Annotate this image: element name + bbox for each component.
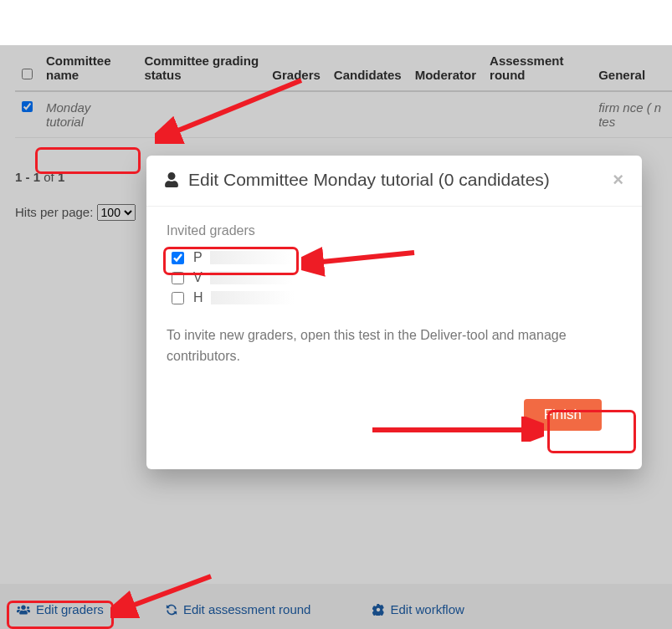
invited-graders-heading: Invited graders <box>167 223 622 238</box>
cell-committee-name: Monday tutorial <box>39 91 137 138</box>
cell-moderator <box>408 91 483 138</box>
header-grading-status[interactable]: Committee grading status <box>137 45 265 91</box>
grader-item[interactable]: H <box>172 290 622 305</box>
pager-total: 1 <box>58 170 64 184</box>
grader-item[interactable]: P <box>172 250 622 265</box>
user-icon <box>165 172 178 187</box>
finish-button[interactable]: Finish <box>524 399 602 431</box>
row-select-checkbox[interactable] <box>22 101 33 112</box>
users-icon <box>17 604 30 616</box>
grader-initial: P <box>193 250 203 265</box>
cell-general: firm nce ( n tes <box>592 91 672 138</box>
header-assessment-round[interactable]: Assessment round <box>483 45 592 91</box>
edit-assessment-round-link[interactable]: Edit assessment round <box>166 602 311 616</box>
action-bar: Edit graders Edit assessment round Edit … <box>0 584 672 629</box>
modal-title: Edit Committee Monday tutorial (0 candid… <box>188 170 613 190</box>
cell-graders <box>265 91 327 138</box>
grader-list: P V H <box>172 250 622 305</box>
modal-note: To invite new graders, open this test in… <box>167 325 568 367</box>
grader-checkbox[interactable] <box>172 272 184 284</box>
modal-close-button[interactable]: × <box>613 169 623 191</box>
grader-item[interactable]: V <box>172 270 622 285</box>
header-graders[interactable]: Graders <box>265 45 327 91</box>
grader-checkbox[interactable] <box>172 252 184 264</box>
header-committee-name[interactable]: Committee name <box>39 45 137 91</box>
gear-icon <box>372 604 384 616</box>
edit-graders-link[interactable]: Edit graders <box>17 602 104 616</box>
hits-label: Hits per page: <box>15 205 97 219</box>
header-candidates[interactable]: Candidates <box>327 45 408 91</box>
header-moderator[interactable]: Moderator <box>408 45 483 91</box>
modal-footer: Finish <box>167 399 622 449</box>
edit-workflow-label: Edit workflow <box>390 602 464 616</box>
edit-graders-label: Edit graders <box>36 602 104 616</box>
cell-candidates <box>327 91 408 138</box>
pager-range: 1 - 1 <box>15 170 40 184</box>
modal-header: Edit Committee Monday tutorial (0 candid… <box>146 156 642 207</box>
page-root: Committee name Committee grading status … <box>0 45 672 629</box>
grader-initial: H <box>193 290 203 305</box>
header-checkbox-cell <box>15 45 39 91</box>
committee-table: Committee name Committee grading status … <box>15 45 672 138</box>
table-row[interactable]: Monday tutorial firm nce ( n tes <box>15 91 672 138</box>
edit-assessment-round-label: Edit assessment round <box>183 602 311 616</box>
refresh-icon <box>166 604 177 616</box>
cell-assessment-round <box>483 91 592 138</box>
edit-workflow-link[interactable]: Edit workflow <box>372 602 464 616</box>
modal-body: Invited graders P V H To invit <box>146 207 642 469</box>
hits-select[interactable]: 100 <box>97 204 136 221</box>
action-row-1: Edit graders Edit assessment round Edit … <box>17 602 672 616</box>
grader-name-redacted <box>210 271 294 284</box>
grader-name-redacted <box>210 251 294 264</box>
edit-committee-modal: Edit Committee Monday tutorial (0 candid… <box>146 156 642 469</box>
header-general[interactable]: General <box>592 45 672 91</box>
row-checkbox-cell <box>15 91 39 138</box>
grader-name-redacted <box>211 291 295 304</box>
grader-initial: V <box>193 270 203 285</box>
grader-checkbox[interactable] <box>172 292 184 304</box>
cell-grading-status <box>137 91 265 138</box>
select-all-checkbox[interactable] <box>22 69 33 79</box>
